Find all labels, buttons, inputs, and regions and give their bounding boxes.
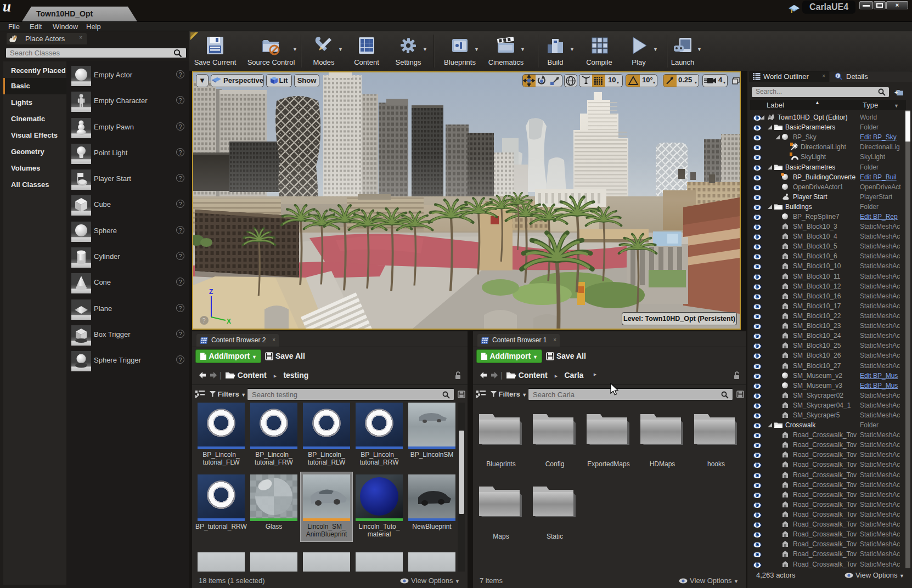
svg-text:Z: Z <box>209 288 213 296</box>
svg-text:+: + <box>894 89 898 95</box>
svg-text:X: X <box>227 318 231 325</box>
svg-text:?: ? <box>202 317 206 324</box>
